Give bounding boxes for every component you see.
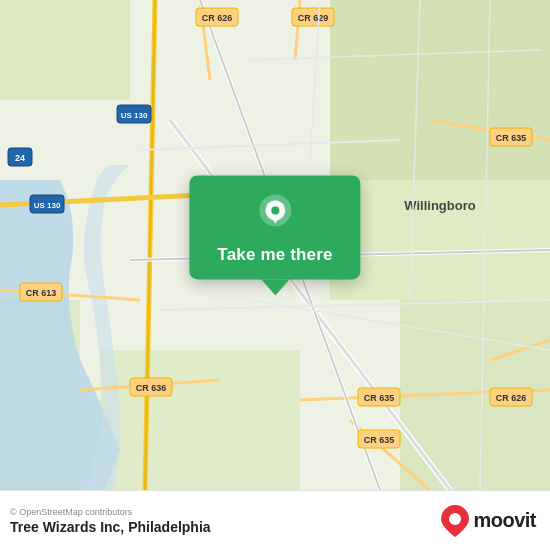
svg-text:24: 24 bbox=[15, 153, 25, 163]
svg-text:CR 635: CR 635 bbox=[364, 393, 395, 403]
svg-rect-6 bbox=[100, 350, 300, 490]
popup-card[interactable]: Take me there bbox=[189, 175, 360, 279]
svg-text:CR 636: CR 636 bbox=[136, 383, 167, 393]
moovit-brand-text: moovit bbox=[473, 509, 536, 532]
bottom-left-info: © OpenStreetMap contributors Tree Wizard… bbox=[10, 507, 211, 535]
popup-pointer bbox=[261, 279, 289, 295]
map-container: CR 626 CR 629 US 130 US 130 CR 635 CR 61… bbox=[0, 0, 550, 490]
svg-text:CR 629: CR 629 bbox=[298, 13, 329, 23]
osm-attribution: © OpenStreetMap contributors bbox=[10, 507, 211, 517]
take-me-there-button[interactable]: Take me there bbox=[217, 245, 332, 265]
moovit-pin-icon bbox=[441, 505, 469, 537]
svg-rect-3 bbox=[0, 0, 130, 100]
bottom-bar: © OpenStreetMap contributors Tree Wizard… bbox=[0, 490, 550, 550]
svg-text:CR 626: CR 626 bbox=[496, 393, 527, 403]
svg-text:US 130: US 130 bbox=[34, 201, 61, 210]
svg-text:US 130: US 130 bbox=[121, 111, 148, 120]
svg-text:CR 635: CR 635 bbox=[496, 133, 527, 143]
location-name: Tree Wizards Inc, Philadelphia bbox=[10, 519, 211, 535]
location-pin-icon bbox=[253, 193, 297, 237]
svg-text:Willingboro: Willingboro bbox=[404, 198, 475, 213]
svg-text:CR 635: CR 635 bbox=[364, 435, 395, 445]
svg-point-58 bbox=[449, 513, 461, 525]
svg-text:CR 626: CR 626 bbox=[202, 13, 233, 23]
moovit-logo: moovit bbox=[441, 505, 536, 537]
popup-overlay[interactable]: Take me there bbox=[189, 175, 360, 295]
svg-point-57 bbox=[271, 206, 279, 214]
svg-text:CR 613: CR 613 bbox=[26, 288, 57, 298]
svg-rect-1 bbox=[330, 0, 550, 180]
